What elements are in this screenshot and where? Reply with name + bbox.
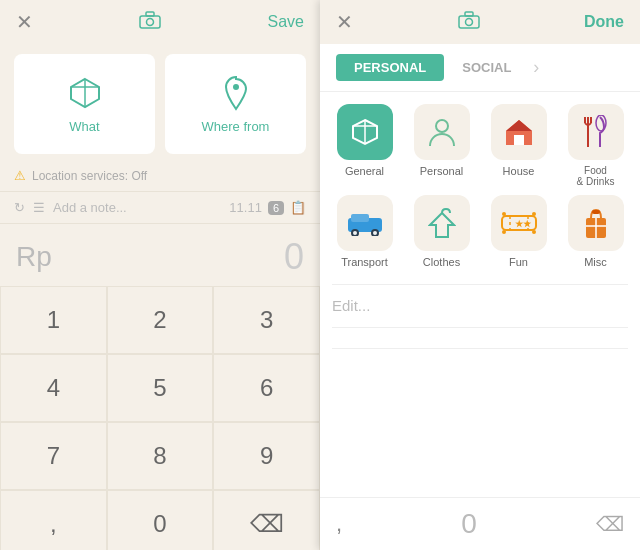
note-icon: 📋 (290, 200, 306, 215)
note-left: ↻ ☰ Add a note... (14, 200, 127, 215)
modal-bottom-bar: , 0 ⌫ (320, 497, 640, 550)
svg-point-33 (502, 230, 506, 234)
svg-point-34 (532, 230, 536, 234)
svg-point-25 (353, 231, 357, 235)
svg-rect-39 (592, 210, 600, 214)
cat-item-fun[interactable]: ★★ Fun (484, 195, 553, 268)
cat-icon-general (337, 104, 393, 160)
location-warning: ⚠ Location services: Off (0, 164, 320, 191)
cat-icon-personal (414, 104, 470, 160)
svg-point-27 (373, 231, 377, 235)
cat-label-personal: Personal (420, 165, 463, 177)
cat-label-transport: Transport (341, 256, 388, 268)
svg-point-32 (532, 212, 536, 216)
modal-close-button[interactable]: ✕ (336, 10, 353, 34)
svg-point-13 (436, 120, 448, 132)
edit-line-1 (332, 327, 628, 328)
edit-placeholder[interactable]: Edit... (332, 297, 370, 314)
numpad-4[interactable]: 4 (0, 354, 107, 422)
modal-bottom-delete[interactable]: ⌫ (596, 512, 624, 536)
svg-rect-23 (351, 214, 369, 222)
amount-value: 0 (284, 236, 304, 278)
numpad: 1 2 3 4 5 6 7 8 9 , 0 ⌫ (0, 286, 320, 550)
warning-icon: ⚠ (14, 168, 26, 183)
where-from-card[interactable]: Where from (165, 54, 306, 154)
what-card[interactable]: What (14, 54, 155, 154)
svg-rect-2 (146, 12, 154, 16)
right-panel: ✕ Done PERSONAL SOCIAL › General (320, 0, 640, 550)
numpad-delete[interactable]: ⌫ (213, 490, 320, 550)
numpad-2[interactable]: 2 (107, 286, 214, 354)
cat-label-house: House (503, 165, 535, 177)
tab-more-icon: › (533, 57, 539, 78)
svg-point-8 (465, 18, 472, 25)
where-from-label: Where from (202, 119, 270, 134)
numpad-6[interactable]: 6 (213, 354, 320, 422)
amount-row: Rp 0 (0, 224, 320, 286)
modal-camera-icon[interactable] (458, 11, 480, 34)
note-row: ↻ ☰ Add a note... 11.11 6 📋 (0, 191, 320, 224)
cat-icon-clothes (414, 195, 470, 251)
edit-area: Edit... (332, 284, 628, 349)
left-camera-icon[interactable] (139, 11, 161, 34)
cube-icon (67, 75, 103, 111)
svg-point-6 (233, 84, 239, 90)
modal-done-button[interactable]: Done (584, 13, 624, 31)
refresh-icon: ↻ (14, 200, 25, 215)
numpad-1[interactable]: 1 (0, 286, 107, 354)
numpad-comma[interactable]: , (0, 490, 107, 550)
modal-bottom-zero: 0 (461, 508, 477, 540)
note-date: 11.11 (229, 200, 262, 215)
numpad-3[interactable]: 3 (213, 286, 320, 354)
svg-point-1 (147, 18, 154, 25)
cat-item-clothes[interactable]: Clothes (407, 195, 476, 268)
tabs: PERSONAL SOCIAL › (320, 44, 640, 92)
cat-item-general[interactable]: General (330, 104, 399, 187)
what-label: What (69, 119, 99, 134)
cat-item-transport[interactable]: Transport (330, 195, 399, 268)
svg-rect-15 (514, 135, 524, 145)
cat-label-fun: Fun (509, 256, 528, 268)
numpad-9[interactable]: 9 (213, 422, 320, 490)
cat-icon-transport (337, 195, 393, 251)
pin-icon (222, 75, 250, 111)
modal-topbar: ✕ Done (320, 0, 640, 44)
category-grid: General Personal House (320, 92, 640, 276)
svg-marker-16 (506, 120, 532, 131)
cat-item-personal[interactable]: Personal (407, 104, 476, 187)
note-right: 11.11 6 📋 (229, 200, 306, 215)
cat-label-misc: Misc (584, 256, 607, 268)
edit-line-2 (332, 348, 628, 349)
cat-icon-house (491, 104, 547, 160)
cat-icon-food (568, 104, 624, 160)
svg-text:★★: ★★ (515, 219, 532, 229)
numpad-0[interactable]: 0 (107, 490, 214, 550)
cat-item-food[interactable]: Food& Drinks (561, 104, 630, 187)
cat-icon-fun: ★★ (491, 195, 547, 251)
currency-label: Rp (16, 241, 52, 273)
cat-item-house[interactable]: House (484, 104, 553, 187)
modal-bottom-comma[interactable]: , (336, 511, 342, 537)
list-icon: ☰ (33, 200, 45, 215)
what-where-cards: What Where from (0, 44, 320, 164)
cat-label-general: General (345, 165, 384, 177)
svg-rect-9 (465, 12, 473, 16)
left-close-button[interactable]: ✕ (16, 10, 33, 34)
cat-label-clothes: Clothes (423, 256, 460, 268)
left-topbar: ✕ Save (0, 0, 320, 44)
note-badge: 6 (268, 201, 284, 215)
note-placeholder-text[interactable]: Add a note... (53, 200, 127, 215)
numpad-7[interactable]: 7 (0, 422, 107, 490)
svg-point-31 (502, 212, 506, 216)
cat-icon-misc (568, 195, 624, 251)
location-warning-text: Location services: Off (32, 169, 147, 183)
tab-social[interactable]: SOCIAL (444, 54, 529, 81)
numpad-8[interactable]: 8 (107, 422, 214, 490)
cat-label-food: Food& Drinks (577, 165, 615, 187)
left-save-button[interactable]: Save (268, 13, 304, 31)
cat-item-misc[interactable]: Misc (561, 195, 630, 268)
tab-personal[interactable]: PERSONAL (336, 54, 444, 81)
numpad-5[interactable]: 5 (107, 354, 214, 422)
left-panel: ✕ Save What (0, 0, 320, 550)
